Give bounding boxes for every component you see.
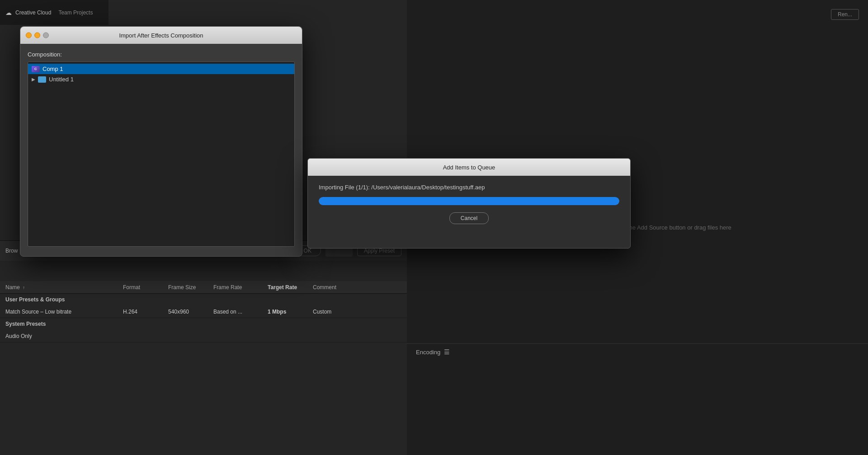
render-button[interactable]: Ren... <box>831 9 859 20</box>
row-name: Audio Only <box>5 333 123 339</box>
minimize-button[interactable] <box>34 33 40 38</box>
comp-icon: C <box>32 66 40 72</box>
queue-dialog-body: Importing File (1/1): /Users/valerialaur… <box>308 176 630 232</box>
col-format: Format <box>123 284 168 291</box>
add-items-dialog: Add Items to Queue Importing File (1/1):… <box>307 158 631 249</box>
row-framesize: 540x960 <box>168 309 213 315</box>
app-top-bar: ☁ Creative Cloud Team Projects <box>0 0 108 25</box>
encoding-label: Encoding <box>416 349 440 356</box>
progress-bar <box>319 197 619 205</box>
row-framerate: Based on ... <box>213 309 268 315</box>
app-title: Creative Cloud <box>15 9 51 16</box>
close-button[interactable] <box>26 33 32 38</box>
traffic-lights <box>26 33 49 38</box>
queue-cancel-button[interactable]: Cancel <box>449 212 489 224</box>
col-targetrate: Target Rate <box>268 284 313 291</box>
group-user-presets: User Presets & Groups <box>0 294 407 305</box>
col-name: Name ↑ <box>5 284 123 291</box>
folder-icon <box>38 76 46 83</box>
table-row[interactable]: Match Source – Low bitrate H.264 540x960… <box>0 305 407 318</box>
import-dialog: Import After Effects Composition Composi… <box>20 26 302 257</box>
row-name: Match Source – Low bitrate <box>5 309 123 315</box>
queue-dialog-titlebar: Add Items to Queue <box>308 159 630 176</box>
tree-item-comp1[interactable]: C Comp 1 <box>28 64 294 74</box>
encoding-section: Encoding ☰ <box>407 343 868 360</box>
tree-item-untitled1[interactable]: ▶ Untitled 1 <box>28 74 294 84</box>
row-comment: Custom <box>313 309 358 315</box>
row-format: H.264 <box>123 309 168 315</box>
row-targetrate: 1 Mbps <box>268 309 313 315</box>
import-dialog-body: Composition: C Comp 1 ▶ Untitled 1 <box>20 44 302 254</box>
encoding-menu-icon: ☰ <box>444 348 450 356</box>
import-dialog-titlebar: Import After Effects Composition <box>20 27 302 44</box>
browse-label: Brow <box>5 248 18 254</box>
creative-cloud-icon: ☁ <box>5 9 12 16</box>
progress-bar-fill <box>319 197 619 205</box>
preset-table: Name ↑ Format Frame Size Frame Rate Targ… <box>0 281 407 455</box>
queue-actions: Cancel <box>319 212 619 224</box>
queue-import-text: Importing File (1/1): /Users/valerialaur… <box>319 184 619 191</box>
preset-table-header: Name ↑ Format Frame Size Frame Rate Targ… <box>0 281 407 294</box>
chevron-right-icon: ▶ <box>32 77 35 82</box>
import-dialog-title: Import After Effects Composition <box>119 32 203 39</box>
untitled1-label: Untitled 1 <box>49 76 74 83</box>
team-projects-label: Team Projects <box>58 9 93 16</box>
col-framerate: Frame Rate <box>213 284 268 291</box>
composition-tree: C Comp 1 ▶ Untitled 1 <box>28 61 295 247</box>
queue-dialog-title: Add Items to Queue <box>443 164 495 171</box>
group-system-presets: System Presets <box>0 318 407 330</box>
table-row[interactable]: Audio Only <box>0 330 407 342</box>
composition-label: Composition: <box>28 51 295 58</box>
maximize-button[interactable] <box>43 33 49 38</box>
comp1-label: Comp 1 <box>42 66 63 72</box>
col-comment: Comment <box>313 284 358 291</box>
col-framesize: Frame Size <box>168 284 213 291</box>
sort-arrow-icon: ↑ <box>23 285 25 290</box>
